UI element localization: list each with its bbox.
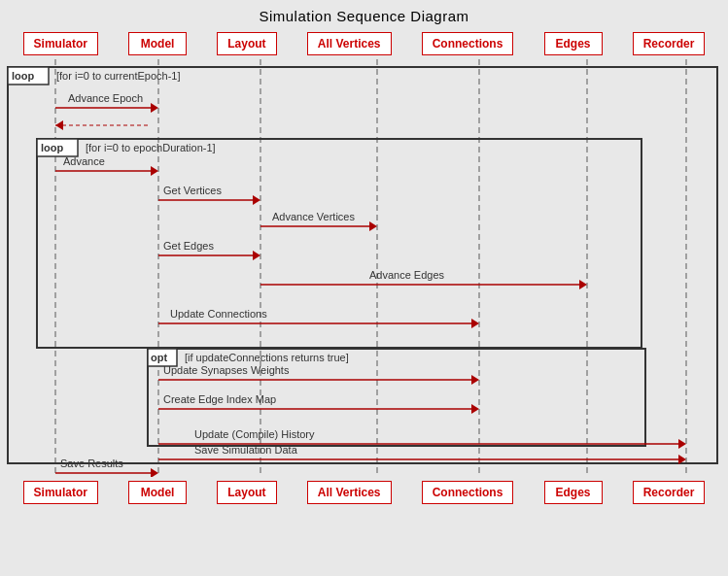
lifeline-all-edges-bottom: Edges [544,481,603,504]
svg-text:Advance: Advance [63,155,105,167]
lifeline-recorder-top: Recorder [633,32,706,55]
lifeline-all-vertices-top: All Vertices [307,32,392,55]
svg-text:[if updateConnections returns : [if updateConnections returns true] [185,352,349,363]
svg-text:[for i=0 to epochDuration-1]: [for i=0 to epochDuration-1] [86,142,216,153]
svg-text:opt: opt [151,352,167,363]
svg-marker-15 [55,120,63,130]
svg-text:Advance Epoch: Advance Epoch [68,92,143,104]
svg-text:loop: loop [41,142,63,153]
svg-text:Advance Vertices: Advance Vertices [272,211,355,222]
lifeline-all-edges-top: Edges [544,32,603,55]
lifelines-bottom: Simulator Model Layout All Vertices Conn… [0,477,728,508]
lifeline-connections-bottom: Connections [422,481,514,504]
svg-text:Save Results: Save Results [60,457,123,469]
svg-marker-27 [369,221,377,231]
lifeline-model-bottom: Model [128,481,187,504]
lifeline-recorder-bottom: Recorder [633,481,706,504]
svg-marker-49 [678,439,686,449]
svg-text:Update Synapses Weights: Update Synapses Weights [163,364,290,376]
svg-text:Update (Compile) History: Update (Compile) History [194,428,315,440]
svg-rect-7 [8,67,717,463]
lifeline-layout-bottom: Layout [217,481,276,504]
svg-marker-46 [471,404,479,414]
svg-rect-16 [37,139,641,348]
lifeline-layout-top: Layout [217,32,276,55]
svg-marker-21 [151,166,158,176]
svg-rect-17 [37,139,78,156]
svg-text:[for i=0 to currentEpoch-1]: [for i=0 to currentEpoch-1] [56,70,180,82]
svg-text:Save Simulation Data: Save Simulation Data [194,444,298,456]
svg-text:Get Vertices: Get Vertices [163,185,222,196]
diagram-container: Simulation Sequence Diagram Simulator Mo… [0,0,728,576]
svg-marker-43 [471,375,479,385]
svg-marker-30 [253,251,260,260]
diagram-title: Simulation Sequence Diagram [0,0,728,28]
lifeline-simulator-top: Simulator [23,32,98,55]
svg-marker-55 [678,455,686,464]
svg-marker-36 [471,319,479,328]
svg-text:loop: loop [12,70,34,82]
diagram-area: loop [for i=0 to currentEpoch-1] Advance… [0,59,728,477]
lifeline-connections-top: Connections [422,32,514,55]
svg-text:Create Edge Index Map: Create Edge Index Map [163,393,276,405]
svg-rect-8 [8,67,49,85]
svg-marker-52 [151,468,158,477]
svg-marker-24 [253,195,260,205]
svg-rect-39 [148,349,177,366]
lifelines-top: Simulator Model Layout All Vertices Conn… [0,28,728,59]
lifeline-model-top: Model [128,32,187,55]
svg-marker-33 [579,280,587,289]
svg-text:Update Connections: Update Connections [170,308,267,320]
lifeline-simulator-bottom: Simulator [23,481,98,504]
svg-text:Advance Edges: Advance Edges [369,269,445,281]
lifeline-all-vertices-bottom: All Vertices [307,481,392,504]
svg-marker-12 [151,103,158,113]
svg-rect-38 [148,349,645,446]
diagram-svg: loop [for i=0 to currentEpoch-1] Advance… [0,59,728,477]
svg-text:Get Edges: Get Edges [163,240,214,252]
